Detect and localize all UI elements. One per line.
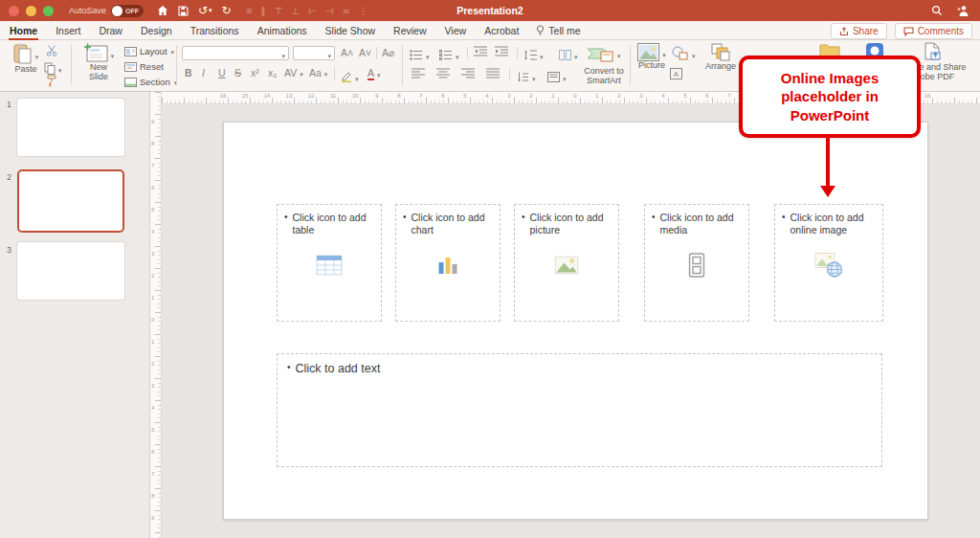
- insert-picture-icon[interactable]: [555, 256, 579, 274]
- shapes-button[interactable]: [672, 45, 696, 62]
- clear-formatting-button[interactable]: A⌀: [382, 47, 394, 58]
- numbering-button[interactable]: [439, 46, 459, 63]
- insert-media-icon[interactable]: [689, 253, 705, 278]
- lightbulb-icon: [536, 25, 545, 35]
- character-spacing-button[interactable]: AV: [284, 67, 303, 78]
- bullets-button[interactable]: [410, 46, 430, 63]
- placeholder-chart[interactable]: Click icon to add chart: [395, 204, 501, 322]
- placeholder-media[interactable]: Click icon to add media: [644, 204, 749, 322]
- text-direction-button[interactable]: [517, 68, 536, 85]
- font-size-combobox[interactable]: [293, 46, 335, 60]
- share-button[interactable]: Share: [831, 23, 887, 39]
- clipboard-icon: [13, 43, 33, 65]
- placeholder-online-image[interactable]: Click icon to add online image: [774, 204, 883, 322]
- increase-indent-button[interactable]: [495, 46, 508, 56]
- tab-draw[interactable]: Draw: [98, 22, 123, 38]
- cut-button[interactable]: [46, 45, 58, 56]
- home-icon[interactable]: [157, 5, 168, 16]
- layout-button[interactable]: Layout: [124, 46, 174, 56]
- save-icon[interactable]: [178, 6, 189, 16]
- change-case-button[interactable]: Aa: [309, 67, 327, 78]
- zoom-window-button[interactable]: [43, 6, 54, 16]
- align-right-button[interactable]: [461, 68, 475, 78]
- disabled-align-icon: ⊥: [291, 6, 300, 16]
- align-text-button[interactable]: [547, 68, 567, 85]
- tab-review[interactable]: Review: [392, 22, 427, 38]
- presenter-icon[interactable]: [956, 5, 969, 17]
- decrease-indent-button[interactable]: [474, 46, 487, 56]
- align-center-icon: [436, 68, 450, 78]
- insert-chart-icon[interactable]: [438, 256, 458, 275]
- font-name-combobox[interactable]: [182, 46, 289, 60]
- convert-smartart-label: Convert to SmartArt: [574, 67, 634, 86]
- grow-font-button[interactable]: A˄: [341, 47, 353, 58]
- comments-button[interactable]: Comments: [895, 23, 972, 39]
- tab-home[interactable]: Home: [9, 22, 38, 38]
- tab-view[interactable]: View: [444, 22, 468, 38]
- columns-button[interactable]: [559, 46, 578, 63]
- search-icon[interactable]: [931, 5, 943, 16]
- section-icon: [124, 78, 137, 87]
- autosave-toggle[interactable]: OFF: [111, 5, 144, 17]
- slide-thumbnail-panel: 1 2 3: [0, 92, 150, 538]
- autosave-control[interactable]: AutoSave OFF: [69, 5, 144, 17]
- disabled-align-icon: ⊢: [308, 6, 317, 16]
- tab-slide-show[interactable]: Slide Show: [324, 22, 377, 38]
- disabled-align-icon: ⊤: [275, 6, 283, 16]
- tab-transitions[interactable]: Transitions: [189, 22, 240, 38]
- highlight-color-button[interactable]: [341, 68, 359, 85]
- columns-icon: [559, 50, 571, 60]
- section-button[interactable]: Section: [124, 77, 177, 87]
- align-center-button[interactable]: [436, 68, 450, 78]
- paste-button[interactable]: Paste: [8, 43, 44, 75]
- strikethrough-button[interactable]: S: [234, 67, 241, 78]
- arrange-button[interactable]: Arrange: [702, 43, 739, 72]
- shrink-font-button[interactable]: A˅: [359, 47, 371, 58]
- tab-insert[interactable]: Insert: [55, 22, 81, 38]
- share-icon: [839, 27, 849, 36]
- layout-icon: [124, 47, 137, 56]
- undo-button[interactable]: ↺▾: [198, 4, 212, 17]
- font-color-button[interactable]: A: [368, 67, 381, 80]
- tab-acrobat[interactable]: Acrobat: [483, 22, 520, 38]
- minimize-window-button[interactable]: [26, 6, 36, 16]
- slide-thumbnail-3[interactable]: [17, 242, 124, 300]
- adobe-pdf-icon: [924, 42, 942, 63]
- autosave-state: OFF: [125, 8, 139, 14]
- new-slide-button[interactable]: New Slide: [77, 43, 121, 82]
- scissors-icon: [46, 45, 58, 56]
- slide-thumbnail-1[interactable]: [17, 99, 124, 156]
- workspace: 1 2 3 1615141312111098765432101234567891…: [0, 92, 980, 538]
- tab-design[interactable]: Design: [140, 22, 173, 38]
- picture-button[interactable]: Picture: [635, 43, 668, 71]
- placeholder-picture[interactable]: Click icon to add picture: [514, 204, 619, 322]
- insert-online-image-icon[interactable]: [814, 252, 843, 278]
- superscript-button[interactable]: x²: [251, 67, 259, 78]
- redo-button[interactable]: ↻: [222, 4, 232, 17]
- line-spacing-icon: [523, 50, 537, 60]
- tab-tell-me[interactable]: Tell me: [536, 25, 580, 36]
- line-spacing-button[interactable]: [523, 46, 544, 63]
- underline-button[interactable]: U: [218, 67, 226, 78]
- bold-button[interactable]: B: [185, 67, 192, 78]
- convert-smartart-button[interactable]: [586, 43, 621, 64]
- reset-button[interactable]: Reset: [124, 61, 164, 72]
- placeholder-text[interactable]: Click to add text: [277, 353, 882, 467]
- align-text-icon: [547, 72, 560, 82]
- subscript-button[interactable]: x₂: [268, 67, 277, 78]
- slide-thumbnail-2-selected[interactable]: [17, 169, 124, 233]
- disabled-align-icon: ⋮: [359, 6, 368, 16]
- annotation-callout: Online Images placeholder in PowerPoint: [739, 56, 921, 138]
- align-left-icon: [412, 68, 425, 78]
- align-left-button[interactable]: [412, 68, 425, 78]
- format-painter-button[interactable]: [46, 75, 57, 87]
- placeholder-table[interactable]: Click icon to add table: [277, 204, 382, 322]
- tab-animations[interactable]: Animations: [256, 22, 308, 38]
- annotation-arrow: [826, 138, 830, 187]
- close-window-button[interactable]: [9, 6, 19, 16]
- text-box-button[interactable]: A: [670, 68, 682, 79]
- justify-button[interactable]: [486, 68, 500, 78]
- italic-button[interactable]: I: [202, 67, 205, 78]
- slide-canvas[interactable]: Click icon to add table Click icon to ad…: [223, 122, 928, 520]
- insert-table-icon[interactable]: [317, 255, 343, 275]
